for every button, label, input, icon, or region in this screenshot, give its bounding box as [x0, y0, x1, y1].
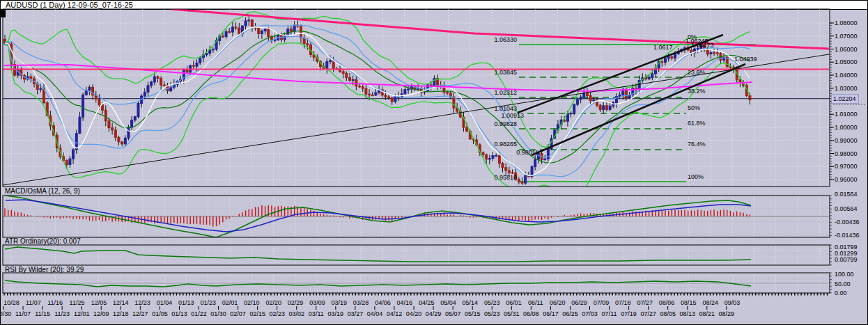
date-label-row1: 02/29 [288, 299, 304, 306]
candle [391, 97, 393, 102]
candle [570, 113, 572, 114]
date-label-row2: 11/23 [54, 310, 70, 317]
candle [498, 155, 500, 163]
candle [674, 54, 676, 58]
y-axis-label: 1.01000 [835, 111, 858, 118]
candle [502, 164, 504, 168]
candle [492, 156, 494, 159]
candle [264, 29, 266, 31]
panel-frames-layer [1, 9, 865, 310]
candle [40, 88, 42, 89]
date-label-row1: 02/01 [222, 299, 238, 306]
date-label-row1: 09/03 [724, 299, 741, 306]
candle [192, 65, 194, 66]
candle [371, 95, 373, 95]
date-label-row2: 02/07 [230, 310, 246, 317]
current-price-label: 1.02204 [831, 94, 859, 104]
y-axis-label: 1.04000 [835, 72, 858, 79]
candle [586, 93, 588, 95]
date-label-row1: 04/06 [375, 299, 391, 306]
date-label-row2: 02/23 [269, 310, 285, 317]
candle [290, 29, 292, 31]
date-label-row1: 07/09 [594, 299, 610, 306]
candle [261, 31, 263, 34]
candle [433, 79, 435, 86]
candle [212, 49, 214, 50]
price-label: 0.98011 [516, 149, 538, 156]
y-axis-label: 1.06000 [835, 46, 858, 53]
date-label-row1: 01/13 [178, 299, 194, 306]
candle [667, 57, 669, 58]
candle [196, 63, 198, 66]
candle [163, 85, 165, 86]
trading-app-window: { "title_bar": { "text": "AUDUSD (1 Day)… [0, 0, 868, 325]
date-label-row2: 04/04 [367, 310, 383, 317]
candle [352, 79, 354, 80]
candle [274, 40, 276, 40]
date-label-row2: 03/19 [328, 310, 344, 317]
candle [408, 89, 410, 90]
candle [605, 106, 607, 110]
candle [713, 53, 715, 54]
candle [307, 44, 309, 45]
candle [160, 78, 162, 85]
candle [404, 90, 406, 94]
date-label-row1: 12/05 [91, 299, 107, 306]
date-label-row1: 07/27 [637, 299, 653, 306]
y-axis-label: 1.05000 [835, 58, 858, 65]
candle [268, 29, 270, 37]
date-label-row2: 12/27 [132, 310, 148, 317]
candle [72, 150, 75, 159]
date-label-row1: 01/23 [200, 299, 216, 306]
date-label-row1: 06/29 [571, 299, 587, 306]
candle [651, 74, 653, 77]
date-label-row2: 05/23 [484, 310, 500, 317]
date-label-row1: 08/15 [681, 299, 697, 306]
fib-price-label: 0.95810 [494, 174, 517, 181]
candle [30, 77, 32, 79]
candle [661, 62, 663, 63]
candle [228, 31, 231, 32]
rsi-axis-label: 100.00 [835, 271, 854, 278]
date-label-row2: 06/25 [562, 310, 578, 317]
candle [248, 20, 250, 21]
candle [417, 88, 419, 89]
fib-price-label: 1.01043 [494, 105, 517, 112]
candle [144, 92, 146, 96]
date-label-row2: 01/05 [152, 310, 168, 317]
y-axis-label: 1.07000 [835, 33, 858, 40]
candle [225, 31, 227, 36]
date-label-row1: 11/25 [70, 299, 85, 306]
candle [488, 159, 490, 159]
candle [447, 93, 449, 93]
rsi-axis-label: 0.00 [835, 290, 847, 296]
chart-canvas[interactable] [0, 0, 868, 325]
candle [593, 100, 595, 101]
date-label-row1: 06/11 [528, 299, 543, 306]
main-chart-layer[interactable] [3, 45, 830, 182]
fib-percent-label: 100% [688, 173, 704, 180]
date-label-row2: 11/15 [35, 310, 50, 317]
grid-layer [3, 9, 830, 293]
date-label-row1: 12/23 [134, 299, 150, 306]
date-label-row2: 03/02 [288, 310, 304, 317]
fib-price-label: 1.06330 [494, 36, 517, 43]
candle [716, 53, 718, 54]
date-label-row2: 06/17 [543, 310, 559, 317]
date-label-row2: 01/22 [191, 310, 207, 317]
candle [186, 70, 188, 72]
date-label-row2: 06/08 [523, 310, 539, 317]
atr-panel-title: ATR Ordinary(20): 0.007 [5, 237, 81, 245]
date-label-row2: 08/05 [660, 310, 676, 317]
candle [710, 53, 712, 54]
atr-axis-label: 0.00799 [835, 256, 858, 263]
candle [231, 27, 233, 32]
y-axis-label: 0.98000 [835, 150, 858, 157]
candle [238, 28, 240, 33]
candle [111, 128, 114, 130]
date-label-row2: 04/29 [426, 310, 442, 317]
date-label-row2: 02/15 [249, 310, 265, 317]
candle [349, 78, 351, 81]
candle [508, 171, 510, 173]
candle [394, 97, 396, 102]
